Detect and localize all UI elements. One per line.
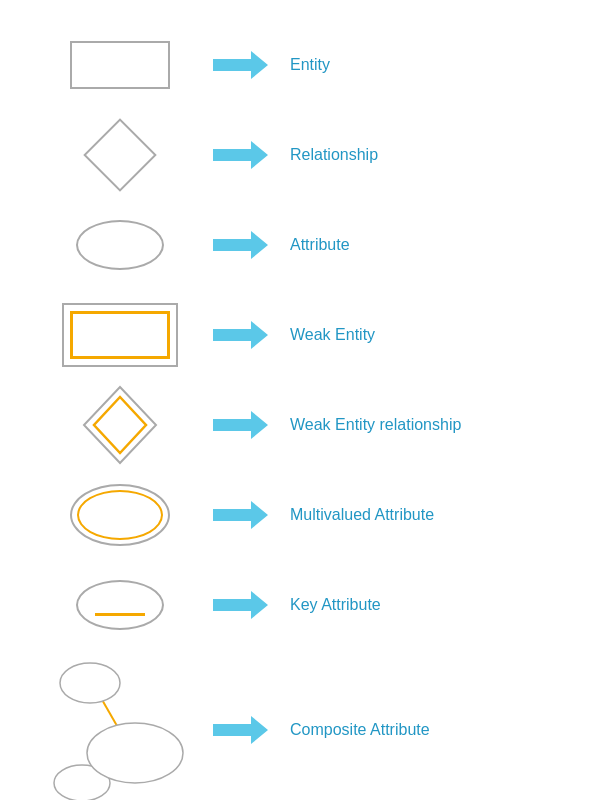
multivalued-shape [77,490,163,540]
svg-marker-0 [213,51,268,79]
arrow-icon-entity [213,51,268,79]
arrow-icon-composite [213,716,268,744]
entity-label: Entity [290,56,330,74]
arrow-icon-weak-entity [213,321,268,349]
shape-area-composite [40,650,200,800]
arrow-area-weak-rel [200,411,280,439]
legend-row-entity: Entity [40,20,560,110]
arrow-icon-multivalued [213,501,268,529]
shape-area-entity [40,41,200,89]
weak-entity-shape [70,311,170,359]
label-area-entity: Entity [280,56,500,74]
shape-area-weak-entity [40,303,200,367]
svg-marker-7 [213,501,268,529]
svg-marker-2 [213,231,268,259]
svg-marker-8 [213,591,268,619]
composite-label: Composite Attribute [290,721,430,739]
legend-container: Entity Relationship Attribute [0,0,600,800]
arrow-icon-relationship [213,141,268,169]
label-area-weak-entity: Weak Entity [280,326,500,344]
shape-area-key [40,580,200,630]
svg-marker-3 [213,321,268,349]
legend-row-relationship: Relationship [40,110,560,200]
svg-marker-14 [213,716,268,744]
arrow-icon-key [213,591,268,619]
legend-row-multivalued: Multivalued Attribute [40,470,560,560]
arrow-area-composite [200,716,280,744]
key-underline [95,613,145,616]
shape-area-multivalued [40,484,200,546]
relationship-label: Relationship [290,146,378,164]
label-area-attribute: Attribute [280,236,500,254]
shape-area-attribute [40,220,200,270]
shape-area-weak-rel [40,385,200,465]
svg-marker-6 [213,411,268,439]
relationship-shape [83,118,157,192]
label-area-composite: Composite Attribute [280,721,500,739]
entity-shape [70,41,170,89]
label-area-relationship: Relationship [280,146,500,164]
legend-row-composite: Composite Attribute [40,650,560,800]
key-label: Key Attribute [290,596,381,614]
shape-area-relationship [40,129,200,181]
legend-row-attribute: Attribute [40,200,560,290]
label-area-key: Key Attribute [280,596,500,614]
arrow-area-key [200,591,280,619]
svg-marker-1 [213,141,268,169]
arrow-icon-attribute [213,231,268,259]
arrow-area-entity [200,51,280,79]
legend-row-weak-entity: Weak Entity [40,290,560,380]
label-area-multivalued: Multivalued Attribute [280,506,500,524]
arrow-area-attribute [200,231,280,259]
multivalued-label: Multivalued Attribute [290,506,434,524]
weak-entity-label: Weak Entity [290,326,375,344]
arrow-area-relationship [200,141,280,169]
weak-rel-label: Weak Entity relationship [290,416,461,434]
composite-attribute-shape [40,653,200,801]
key-attribute-shape [76,580,164,630]
arrow-area-weak-entity [200,321,280,349]
label-area-weak-rel: Weak Entity relationship [280,416,500,434]
attribute-label: Attribute [290,236,350,254]
legend-row-key: Key Attribute [40,560,560,650]
svg-point-11 [60,663,120,703]
arrow-area-multivalued [200,501,280,529]
weak-entity-relationship-shape [80,385,160,465]
legend-row-weak-rel: Weak Entity relationship [40,380,560,470]
svg-point-13 [87,723,183,783]
arrow-icon-weak-rel [213,411,268,439]
attribute-shape [76,220,164,270]
